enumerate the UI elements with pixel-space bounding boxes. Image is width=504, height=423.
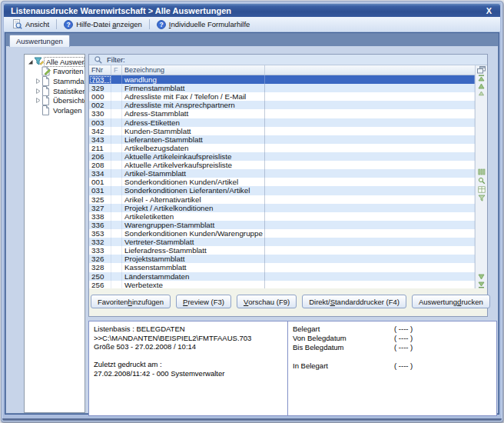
table-row[interactable]: 326Projektstammblatt [89,255,475,263]
table-row[interactable]: 353Sonderkonditionen Kunden/Warengruppe [89,229,475,238]
tree-expand-icon[interactable] [34,78,41,85]
tree-item-alle-auswertungen[interactable]: Alle Auswertungen [25,57,85,67]
grid-panel: Filter: FNrFBezeichnung 703wandlung329Fi… [88,54,488,317]
button-vorschau-f9[interactable]: Vorschau (F9) [237,295,297,308]
table-row[interactable]: 001Sonderkonditionen Kunden/Artikel [89,178,475,186]
up-icon[interactable] [478,83,485,89]
cell-filler [265,127,475,135]
table-row[interactable]: 256Werbetexte [89,281,475,288]
columns-icon[interactable] [478,168,486,175]
cell-f [111,75,122,84]
table-row[interactable]: 003Adress-Etiketten [89,118,475,127]
table-row[interactable]: 338Artikeletiketten [89,212,475,221]
param-value: ( ---- ) [394,343,413,352]
filter-icon[interactable] [478,195,486,202]
column-header-f[interactable]: F [111,65,122,75]
cell-fnr: 333 [89,246,111,255]
cell-bezeichnung: Sonderkonditionen Kunden/Warengruppe [122,229,265,238]
param-row: Belegart( ---- ) [293,325,492,334]
table-row[interactable]: 211Artikelbezugsdaten [89,144,475,152]
tree-item-label: Favoriten [51,67,85,75]
tree-expand-icon[interactable] [34,88,41,95]
tree-item-label: Statistiken [51,87,85,95]
param-label: In Belegart [293,361,394,371]
tree-item-favoriten[interactable]: Favoriten [25,67,85,77]
cell-f [111,84,122,92]
table-row[interactable]: 333Lieferadress-Stammblatt [89,246,475,255]
cell-fnr: 328 [89,263,111,271]
cell-fnr: 342 [89,127,111,135]
cell-fnr: 703 [89,75,111,84]
table-row[interactable]: 327Projekt / Artikelkonditionen [89,204,475,212]
help-icon: ? [157,20,166,29]
table-row[interactable]: 250Länderstammdaten [89,272,475,281]
toolbar-button-ansicht[interactable]: Ansicht [8,18,54,30]
cell-fnr: 001 [89,178,111,186]
cell-f [111,186,122,195]
table-row[interactable]: 330Adress-Stammblatt [89,109,475,118]
toolbar-button-individuelle-formularhilfe[interactable]: ?Individuelle Formularhilfe [152,19,255,30]
table-row[interactable]: 334Artikel-Stammblatt [89,169,475,178]
table-row[interactable]: 031Sonderkonditionen Lieferanten/Artikel [89,186,475,195]
table-row[interactable]: 000Adressliste mit Fax / Telefon / E-Mai… [89,92,475,101]
column-header-fnr[interactable]: FNr [89,65,111,75]
table-header: FNrFBezeichnung [89,65,475,75]
cell-bezeichnung: wandlung [122,75,265,84]
button-auswertung-drucken[interactable]: Auswertung drucken [412,295,490,308]
table-row[interactable]: 332Vertreter-Stammblatt [89,238,475,246]
cell-f [111,212,122,221]
table-row[interactable]: 206Aktuelle Artikeleinkaufspreisliste [89,152,475,161]
title-bar: Listenausdrucke Warenwirtschaft > Alle A… [4,4,500,17]
go-bottom-icon[interactable] [478,281,485,288]
page-up-icon[interactable] [478,91,485,96]
table-row[interactable]: 703wandlung [89,75,475,84]
table-row[interactable]: 002Adressliste mit Ansprechpartnern [89,101,475,109]
tree-item-vorlagen[interactable]: Vorlagen [25,105,85,115]
button-favoriten-hinzufuegen[interactable]: Favoriten hinzufügen [91,295,171,308]
close-button[interactable]: X [485,6,493,15]
param-row: In Belegart( ---- ) [293,361,492,371]
table-row[interactable]: 343Lieferanten-Stammblatt [89,135,475,144]
cell-bezeichnung: Warengruppen-Stammblatt [122,221,265,229]
cell-fnr: 208 [89,161,111,169]
cell-bezeichnung: Firmenstammblatt [122,84,265,92]
column-chooser-icon[interactable] [477,66,486,74]
sum-icon[interactable] [478,186,486,193]
table-row[interactable]: 208Aktuelle Artikelverkaufspreisliste [89,161,475,169]
cell-bezeichnung: Aktuelle Artikelverkaufspreisliste [122,161,265,169]
param-label: Von Belegdatum [293,334,394,343]
tree-item-uebersichten[interactable]: Übersichten [25,95,85,105]
app-screen: Listenausdrucke Warenwirtschaft > Alle A… [0,0,504,423]
cell-filler [265,263,475,271]
tab-auswertungen[interactable]: Auswertungen [9,35,70,47]
go-top-icon[interactable] [478,75,485,82]
cell-filler [265,109,475,118]
table-row[interactable]: 328Kassenstammblatt [89,263,475,271]
table-row[interactable]: 342Kunden-Stammblatt [89,127,475,135]
cell-filler [265,101,475,109]
tree-item-statistiken[interactable]: Statistiken [25,86,85,96]
cell-f [111,246,122,255]
down-icon[interactable] [478,274,485,280]
table-row[interactable]: 329Firmenstammblatt [89,84,475,92]
results-table: FNrFBezeichnung 703wandlung329Firmenstam… [89,65,475,288]
table-row[interactable]: 325Arikel - Alternativartikel [89,195,475,204]
column-header-bezeichnung[interactable]: Bezeichnung [122,65,265,75]
toolbar-button-label: Individuelle Formularhilfe [169,20,250,28]
tree-item-stammdaten[interactable]: Stammdaten [25,76,85,86]
search-icon [94,55,103,65]
cell-fnr: 327 [89,204,111,212]
button-direkt-standarddrucker-f4[interactable]: Direkt/Standarddrucker (F4) [302,295,406,308]
page-edit-icon [41,66,51,76]
tree-expand-icon[interactable] [34,97,41,104]
button-preview-f3[interactable]: Preview (F3) [176,295,231,308]
toolbar-button-hilfe-datei-anzeigen[interactable]: ?Hilfe-Datei anzeigen [59,19,147,30]
cell-fnr: 031 [89,186,111,195]
filter-row[interactable]: Filter: [89,55,487,65]
table-row[interactable]: 336Warengruppen-Stammblatt [89,221,475,229]
tree-collapse-icon[interactable] [26,58,34,65]
cell-fnr: 353 [89,229,111,238]
page-icon [41,76,51,86]
cell-f [111,161,122,169]
find-icon[interactable] [478,177,486,185]
